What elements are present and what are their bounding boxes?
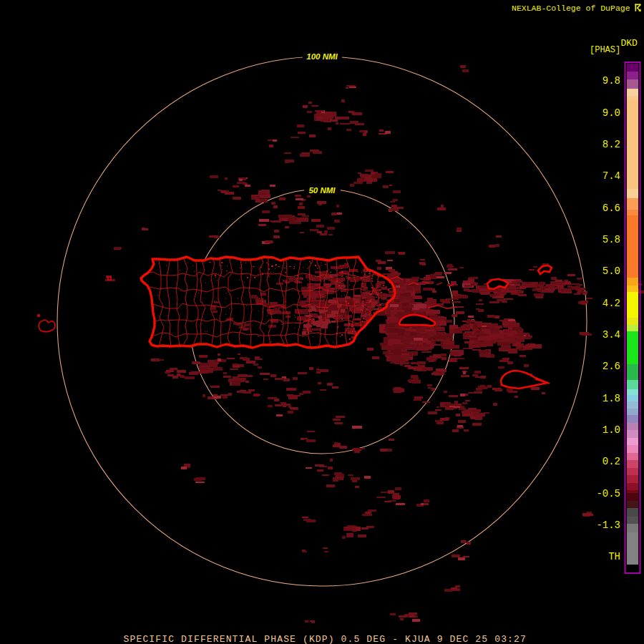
svg-text:4.2: 4.2 — [602, 298, 620, 309]
svg-text:3.4: 3.4 — [602, 329, 620, 341]
svg-text:50 NMI: 50 NMI — [308, 186, 336, 195]
svg-text:5.0: 5.0 — [602, 265, 620, 277]
svg-text:-1.3: -1.3 — [596, 519, 620, 531]
svg-text:0.2: 0.2 — [602, 456, 620, 467]
svg-text:SPECIFIC DIFFERENTIAL PHASE (K: SPECIFIC DIFFERENTIAL PHASE (KDP) 0.5 DE… — [124, 634, 527, 644]
svg-text:DKD: DKD — [621, 38, 638, 49]
svg-text:5.8: 5.8 — [602, 234, 620, 245]
svg-text:6.6: 6.6 — [602, 203, 620, 214]
svg-text:NEXLAB-College of DuPage: NEXLAB-College of DuPage — [512, 4, 630, 13]
svg-text:9.8: 9.8 — [602, 75, 620, 87]
svg-text:[PHAS]: [PHAS] — [590, 45, 620, 55]
svg-text:1.8: 1.8 — [602, 393, 620, 404]
svg-text:8.2: 8.2 — [602, 139, 620, 150]
svg-text:-0.5: -0.5 — [596, 488, 620, 499]
svg-text:2.6: 2.6 — [602, 361, 620, 372]
svg-text:1.0: 1.0 — [602, 424, 620, 436]
svg-text:7.4: 7.4 — [602, 170, 620, 182]
svg-text:100 NMI: 100 NMI — [306, 52, 338, 61]
svg-text:9.0: 9.0 — [602, 107, 620, 119]
svg-text:TH: TH — [608, 551, 620, 562]
